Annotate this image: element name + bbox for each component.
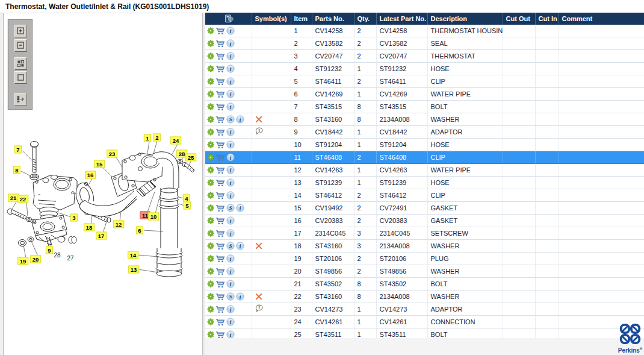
- info-icon[interactable]: i: [226, 102, 235, 111]
- info-icon[interactable]: i: [226, 52, 235, 60]
- table-row-item-20[interactable]: i20ST498562ST49856WASHER: [205, 265, 644, 278]
- supersession-icon[interactable]: S: [226, 242, 235, 250]
- selection-magnifier-icon[interactable]: [224, 14, 235, 24]
- callout-2[interactable]: 2: [153, 134, 161, 142]
- callout-14[interactable]: 14: [128, 251, 138, 259]
- column-header-desc[interactable]: Description: [427, 13, 503, 25]
- table-row-item-15[interactable]: Si15CV194922CV72491GASKET: [205, 202, 644, 215]
- column-header-item[interactable]: Item: [291, 13, 312, 25]
- info-icon[interactable]: i: [226, 318, 235, 326]
- table-row-item-19[interactable]: i19ST201062ST20106PLUG: [205, 253, 644, 265]
- gear-icon[interactable]: [207, 103, 214, 110]
- info-icon[interactable]: i: [226, 229, 235, 237]
- callout-6[interactable]: 6: [136, 227, 143, 234]
- table-row-item-4[interactable]: i4ST912321ST91232HOSE: [205, 63, 644, 75]
- table-row-item-12[interactable]: i12CV142631CV14263WATER PIPE: [205, 164, 644, 177]
- gear-icon[interactable]: [207, 268, 214, 275]
- info-icon[interactable]: i: [226, 77, 235, 86]
- gear-icon[interactable]: [207, 52, 214, 60]
- info-icon[interactable]: i: [226, 128, 235, 136]
- cart-icon[interactable]: [215, 179, 225, 187]
- gear-icon[interactable]: [207, 306, 214, 313]
- cart-icon[interactable]: [215, 192, 225, 199]
- cart-icon[interactable]: [215, 306, 225, 313]
- table-row-item-13[interactable]: i13ST912391ST91239HOSE: [205, 177, 644, 189]
- info-icon[interactable]: i: [226, 191, 235, 199]
- gear-icon[interactable]: [207, 78, 214, 85]
- gear-icon[interactable]: [207, 179, 214, 186]
- panel-splitter[interactable]: [202, 13, 205, 355]
- cart-icon[interactable]: [215, 217, 225, 225]
- table-row-item-7[interactable]: i7ST435158ST43515BOLT: [205, 101, 644, 113]
- gear-icon[interactable]: [207, 90, 214, 98]
- table-row-item-21[interactable]: i21ST435028ST43502BOLT: [205, 278, 644, 291]
- callout-28[interactable]: 28: [52, 252, 62, 259]
- callout-3[interactable]: 3: [70, 214, 78, 222]
- table-row-item-2[interactable]: i2CV135822CV13582SEAL: [205, 37, 644, 50]
- info-icon[interactable]: i: [236, 204, 244, 212]
- callout-12[interactable]: 12: [113, 221, 124, 228]
- info-icon[interactable]: i: [226, 305, 235, 313]
- cart-icon[interactable]: [215, 331, 225, 339]
- gear-icon[interactable]: [207, 192, 214, 199]
- info-icon[interactable]: i: [226, 90, 235, 98]
- table-row-item-23[interactable]: i!23CV142731CV14273ADAPTOR: [205, 303, 644, 316]
- gear-icon[interactable]: [207, 293, 214, 300]
- gear-icon[interactable]: [207, 331, 214, 338]
- cart-icon[interactable]: [215, 116, 225, 124]
- table-row-item-6[interactable]: i6CV142691CV14269WATER PIPE: [205, 88, 644, 101]
- callout-17[interactable]: 17: [96, 232, 107, 240]
- cart-icon[interactable]: [215, 52, 225, 60]
- gear-icon[interactable]: [207, 318, 214, 325]
- callout-25[interactable]: 25: [185, 154, 196, 162]
- gear-icon[interactable]: [207, 141, 214, 148]
- gear-icon[interactable]: [207, 40, 214, 47]
- table-row-item-24[interactable]: i24CV142611CV14261CONNECTION: [205, 316, 644, 328]
- info-icon[interactable]: i: [226, 39, 235, 48]
- callout-18[interactable]: 18: [84, 224, 94, 231]
- table-row-item-18[interactable]: Si18ST4316032134A008WASHER: [205, 240, 644, 253]
- column-header-actions[interactable]: [205, 13, 252, 25]
- column-header-qty[interactable]: Qty.: [354, 13, 376, 25]
- panel-toggle-button[interactable]: [14, 93, 27, 105]
- cart-icon[interactable]: [215, 141, 225, 149]
- column-header-latest[interactable]: Latest Part No.: [376, 13, 427, 25]
- callout-23[interactable]: 23: [107, 150, 117, 158]
- callout-5[interactable]: 5: [184, 202, 191, 210]
- cart-icon[interactable]: [215, 280, 225, 288]
- zoom-out-button[interactable]: [14, 39, 27, 52]
- cart-icon[interactable]: [215, 40, 225, 48]
- table-row-item-1[interactable]: i1CV142582CV14258THERMOSTAT HOUSING: [205, 25, 644, 37]
- table-row-item-10[interactable]: i10ST912041ST91204HOSE: [205, 139, 644, 151]
- gear-icon[interactable]: [207, 242, 214, 250]
- gear-icon[interactable]: [207, 128, 214, 136]
- callout-13[interactable]: 13: [128, 266, 139, 274]
- info-icon[interactable]: i: [236, 292, 244, 301]
- gear-icon[interactable]: [207, 116, 214, 123]
- callout-21[interactable]: 21: [8, 194, 19, 202]
- supersession-icon[interactable]: S: [226, 204, 235, 212]
- gear-icon[interactable]: [207, 217, 214, 224]
- info-icon[interactable]: i: [226, 330, 235, 339]
- table-row-item-11[interactable]: i11ST464082ST46408CLIP: [205, 151, 644, 164]
- info-icon[interactable]: i: [226, 254, 235, 263]
- callout-1[interactable]: 1: [144, 134, 151, 142]
- exploded-diagram[interactable]: 7812232428251516212234511101817126919202…: [3, 123, 205, 291]
- column-header-comment[interactable]: Comment: [559, 13, 644, 25]
- info-icon[interactable]: i: [226, 64, 235, 73]
- gear-icon[interactable]: [207, 154, 214, 161]
- gear-icon[interactable]: [207, 65, 214, 72]
- cart-icon[interactable]: [215, 204, 225, 212]
- info-icon[interactable]: i: [226, 153, 235, 162]
- overview-button[interactable]: [14, 57, 27, 70]
- cart-icon[interactable]: [215, 166, 225, 174]
- callout-22[interactable]: 22: [17, 195, 28, 203]
- supersession-icon[interactable]: S: [226, 292, 235, 301]
- callout-24[interactable]: 24: [170, 137, 181, 145]
- info-icon[interactable]: i: [226, 27, 235, 35]
- cart-icon[interactable]: [215, 255, 225, 263]
- zoom-in-button[interactable]: [14, 25, 27, 37]
- callout-8[interactable]: 8: [13, 166, 20, 174]
- column-header-symbol[interactable]: Symbol(s): [252, 13, 291, 25]
- table-row-item-16[interactable]: i16CV203832CV20383GASKET: [205, 215, 644, 227]
